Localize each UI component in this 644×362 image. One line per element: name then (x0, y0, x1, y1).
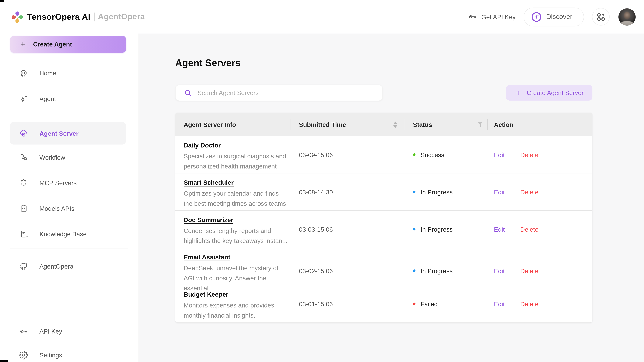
submitted-time: 03-02-15:06 (290, 267, 404, 274)
filter-icon[interactable] (477, 122, 483, 127)
sidebar-item-label: Knowledge Base (39, 230, 86, 238)
agent-server-description: Optimizes your calendar and finds the be… (184, 189, 288, 209)
brand-divider (94, 12, 95, 21)
search-icon (184, 89, 192, 97)
create-agent-server-label: Create Agent Server (527, 89, 584, 96)
table-row: Daily Doctor Specializes in surgical dia… (175, 136, 592, 173)
sidebar-item-mcp-servers[interactable]: MCP Servers (0, 170, 138, 196)
cloud-agent-icon (19, 129, 28, 138)
status-dot (413, 191, 416, 193)
status-text: Failed (420, 300, 438, 307)
sidebar-item-api-key[interactable]: API Key (0, 319, 138, 344)
brand[interactable]: TensorOpera AI AgentOpera (10, 9, 145, 25)
submitted-time: 03-09-15:06 (290, 151, 404, 158)
brand-name: TensorOpera AI (27, 12, 90, 21)
main-content: Agent Servers Create Agent Server (138, 33, 644, 362)
sidebar-divider (10, 248, 128, 249)
table-row: Email Assistant DeepSeek, unravel the my… (175, 248, 592, 285)
sidebar-divider (10, 59, 128, 59)
brand-product-name: AgentOpera (98, 12, 145, 21)
sidebar-item-label: MCP Servers (39, 179, 76, 187)
column-header-agent-server-info: Agent Server Info (175, 113, 290, 136)
agent-server-name-link[interactable]: Smart Scheduler (184, 179, 234, 186)
delete-link[interactable]: Delete (520, 226, 538, 233)
workflow-icon (19, 153, 28, 162)
table-row: Budget Keeper Monitors expenses and prov… (175, 285, 592, 323)
delete-link[interactable]: Delete (520, 188, 538, 195)
gear-icon (19, 351, 28, 360)
page-title: Agent Servers (175, 57, 592, 69)
agent-server-description: Monitors expenses and provides monthly f… (184, 301, 288, 321)
status-dot (413, 269, 416, 272)
sidebar-item-label: Settings (39, 352, 62, 359)
key-icon (468, 12, 477, 21)
plus-icon (515, 89, 522, 96)
top-bar: TensorOpera AI AgentOpera Get API Key Di… (0, 0, 644, 33)
key-icon (19, 327, 28, 336)
discover-label: Discover (546, 13, 572, 20)
column-header-action: Action (487, 113, 592, 136)
table-row: Doc Summarizer Condenses lengthy reports… (175, 211, 592, 248)
puzzle-icon (19, 178, 28, 187)
sidebar-item-label: Agent (39, 95, 56, 102)
delete-link[interactable]: Delete (520, 267, 538, 274)
search-input[interactable] (198, 89, 365, 96)
sidebar-item-knowledge-base[interactable]: Knowledge Base (0, 221, 138, 247)
agent-server-name-link[interactable]: Daily Doctor (184, 142, 221, 149)
avatar-shirt (620, 21, 634, 25)
sidebar-item-settings[interactable]: Settings (0, 342, 138, 362)
top-bar-right: Get API Key Discover (468, 7, 636, 26)
screen-corner-artifact (0, 360, 8, 362)
agent-server-description: Specializes in surgical diagnosis and pe… (184, 151, 288, 171)
agent-server-name-link[interactable]: Doc Summarizer (184, 216, 233, 223)
agent-server-description: Condenses lengthy reports and highlights… (184, 226, 288, 246)
edit-link[interactable]: Edit (494, 188, 505, 195)
sidebar-item-label: Home (39, 69, 56, 77)
sort-icon[interactable] (393, 121, 398, 127)
user-avatar[interactable] (618, 8, 636, 25)
create-agent-server-button[interactable]: Create Agent Server (506, 85, 592, 100)
get-api-key-label: Get API Key (481, 13, 516, 20)
agent-server-name-link[interactable]: Budget Keeper (184, 291, 228, 298)
search-box[interactable] (175, 85, 383, 101)
edit-link[interactable]: Edit (494, 226, 505, 233)
submitted-time: 03-03-15:06 (290, 226, 404, 233)
plus-icon (20, 41, 26, 47)
sidebar-item-workflow[interactable]: Workflow (0, 144, 138, 170)
sidebar-item-label: AgentOpera (39, 263, 73, 270)
toolbar: Create Agent Server (175, 85, 592, 101)
apps-grid-icon (596, 12, 606, 21)
notebook-icon (19, 230, 28, 238)
sidebar-item-home[interactable]: Home (0, 60, 138, 86)
agent-server-name-link[interactable]: Email Assistant (184, 254, 230, 261)
table-row: Smart Scheduler Optimizes your calendar … (175, 173, 592, 211)
get-api-key-button[interactable]: Get API Key (468, 12, 516, 21)
edit-link[interactable]: Edit (494, 267, 505, 274)
column-header-submitted-time: Submitted Time (290, 113, 404, 136)
status-text: In Progress (420, 188, 453, 195)
delete-link[interactable]: Delete (520, 300, 538, 307)
sidebar-item-models-apis[interactable]: Models APIs (0, 196, 138, 221)
status-text: In Progress (420, 267, 453, 274)
status-dot (413, 303, 416, 305)
sidebar-item-label: Agent Server (39, 130, 78, 137)
edit-link[interactable]: Edit (494, 151, 505, 158)
sidebar-item-agent[interactable]: Agent (0, 86, 138, 112)
create-agent-button[interactable]: Create Agent (10, 36, 126, 53)
sidebar-item-agentopera-github[interactable]: AgentOpera (0, 254, 138, 279)
submitted-time: 03-01-15:06 (290, 300, 404, 307)
discover-button[interactable]: Discover (524, 7, 584, 26)
agent-servers-table: Agent Server Info Submitted Time Status (175, 113, 592, 323)
status-dot (413, 228, 416, 230)
github-icon (19, 262, 28, 271)
status-dot (413, 153, 416, 156)
column-header-status: Status (404, 113, 487, 136)
delete-link[interactable]: Delete (520, 151, 538, 158)
sidebar-item-agent-server[interactable]: Agent Server (10, 122, 126, 144)
status-text: Success (420, 151, 444, 158)
edit-link[interactable]: Edit (494, 300, 505, 307)
apps-grid-button[interactable] (592, 8, 610, 25)
tensoropera-logo-icon (10, 9, 24, 25)
app-window: TensorOpera AI AgentOpera Get API Key Di… (0, 0, 644, 362)
clipboard-code-icon (19, 204, 28, 213)
